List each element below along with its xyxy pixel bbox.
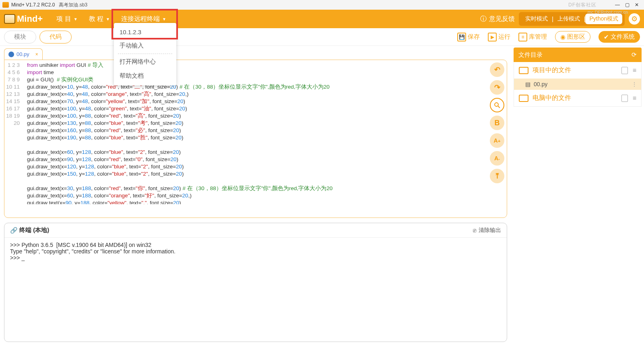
eye-icon: ◉ (560, 33, 566, 41)
clear-output-button[interactable]: ⎚ 清除输出 (473, 227, 501, 234)
dropdown-help-doc[interactable]: 帮助文档 (114, 69, 176, 83)
play-icon: ▶ (488, 33, 497, 41)
toolbar: 模块 代码 💾保存 ▶运行 ≡库管理 ◉图形区 ✔文件系统 (0, 28, 644, 46)
dropdown-ip[interactable]: 10.1.2.3 (114, 25, 176, 39)
terminal-output[interactable]: >>> Python 3.6.5 [MSC v.1900 64 bit AMD6… (4, 238, 507, 342)
watermark-top: DF创客社区 (568, 2, 597, 8)
python-icon (8, 52, 14, 57)
dropdown-manual-input[interactable]: 手动输入 (114, 39, 176, 53)
undo-icon[interactable]: ↶ (490, 62, 504, 77)
menubar: Mind+ 项 目▼ 教 程▼ 连接远程终端▼ ⓘ 意见反馈 实时模式 | 上传… (0, 10, 644, 28)
menu-tutorial[interactable]: 教 程▼ (89, 15, 110, 23)
tab-code[interactable]: 代码 (39, 31, 72, 44)
window-maximize-icon[interactable]: ▢ (622, 2, 632, 8)
file-tab-active[interactable]: 00.py × (4, 48, 43, 60)
bold-icon[interactable]: B (490, 116, 504, 130)
titlebar: Mind+ V1.7.2 RC2.0 高考加油.sb3 DF创客社区 — ▢ ✕ (0, 0, 644, 10)
file-directory-panel: 文件目录 ⟳ 项目中的文件 ≡ ▤ 00.py ⋮ 电脑中的文件 (511, 46, 644, 346)
tab-blocks[interactable]: 模块 (4, 31, 36, 44)
svg-point-0 (495, 103, 498, 106)
code-editor[interactable]: 1 2 3 4 5 6 7 8 9 10 11 12 13 14 15 16 1… (4, 60, 507, 204)
mode-realtime[interactable]: 实时模式 (521, 14, 552, 24)
editor-wrap: 1 2 3 4 5 6 7 8 9 10 11 12 13 14 15 16 1… (4, 60, 507, 218)
code-content[interactable]: from unihiker import GUI # 导入 import tim… (25, 60, 507, 204)
check-circle-icon: ✔ (604, 33, 609, 41)
filesystem-button[interactable]: ✔文件系统 (599, 31, 640, 43)
new-file-icon[interactable] (621, 95, 628, 102)
graph-area-button[interactable]: ◉图形区 (555, 31, 590, 43)
run-button[interactable]: ▶运行 (488, 33, 510, 41)
menu-icon[interactable]: ≡ (633, 95, 636, 102)
redo-icon[interactable]: ↷ (490, 80, 504, 95)
terminal-title: 终端 (本地) (19, 226, 49, 234)
main-area: 00.py × 1 2 3 4 5 6 7 8 9 10 11 12 13 14… (0, 46, 644, 346)
app-icon (2, 2, 9, 8)
computer-icon (519, 95, 528, 102)
caret-down-icon: ▼ (74, 17, 78, 21)
new-file-icon[interactable] (621, 67, 628, 74)
font-decrease-icon[interactable]: A- (490, 151, 504, 166)
more-icon[interactable]: ⋮ (632, 81, 636, 87)
caret-down-icon: ▼ (162, 17, 166, 21)
library-button[interactable]: ≡库管理 (518, 33, 547, 41)
file-icon: ▤ (525, 81, 530, 87)
open-file-name: 高考加油.sb3 (59, 2, 87, 8)
folder-icon (519, 67, 528, 74)
library-icon: ≡ (518, 33, 527, 41)
file-tab-name: 00.py (17, 51, 29, 57)
question-circle-icon: ⓘ (480, 15, 487, 23)
search-icon[interactable] (490, 98, 504, 112)
file-tabs: 00.py × (4, 48, 507, 60)
window-minimize-icon[interactable]: — (613, 2, 622, 8)
save-button[interactable]: 💾保存 (457, 33, 480, 41)
mode-upload[interactable]: 上传模式 (553, 14, 584, 24)
watermark-url: mc.DFRobot.com.cn (588, 10, 628, 15)
menu-remote-terminal[interactable]: 连接远程终端▼ (121, 15, 166, 23)
app-title: Mind+ V1.7.2 RC2.0 (11, 2, 55, 8)
logo: Mind+ (4, 14, 43, 24)
window-close-icon[interactable]: ✕ (632, 2, 642, 8)
save-icon: 💾 (457, 33, 466, 41)
logo-text: Mind+ (17, 14, 43, 24)
feedback-link[interactable]: ⓘ 意见反馈 (480, 15, 515, 23)
scroll-top-icon[interactable]: ⤒ (490, 169, 504, 183)
font-increase-icon[interactable]: A+ (490, 133, 504, 148)
settings-gear-icon[interactable]: ⚙ (629, 13, 640, 25)
link-icon: 🔗 (10, 227, 18, 234)
clear-icon: ⎚ (473, 227, 476, 234)
menu-project[interactable]: 项 目▼ (56, 15, 77, 23)
file-directory-header: 文件目录 ⟳ (514, 48, 642, 62)
terminal-panel: 🔗 终端 (本地) ⎚ 清除输出 >>> Python 3.6.5 [MSC v… (4, 223, 507, 342)
file-item[interactable]: ▤ 00.py ⋮ (514, 79, 641, 90)
editor-side-icons: ↶ ↷ B A+ A- ⤒ (490, 62, 504, 183)
dropdown-open-network[interactable]: 打开网络中心 (114, 55, 176, 69)
menu-icon[interactable]: ≡ (633, 67, 636, 74)
logo-icon (4, 14, 15, 24)
line-gutter: 1 2 3 4 5 6 7 8 9 10 11 12 13 14 15 16 1… (4, 60, 25, 204)
remote-terminal-dropdown: 10.1.2.3 手动输入 打开网络中心 帮助文档 (114, 23, 176, 85)
mode-python[interactable]: Python模式 (585, 14, 622, 24)
computer-files-section[interactable]: 电脑中的文件 ≡ (514, 90, 641, 106)
svg-line-1 (498, 106, 500, 108)
refresh-icon[interactable]: ⟳ (632, 51, 637, 58)
caret-down-icon: ▼ (106, 17, 110, 21)
dropdown-divider (118, 54, 172, 54)
project-files-section[interactable]: 项目中的文件 ≡ (514, 62, 641, 79)
close-tab-icon[interactable]: × (35, 52, 38, 57)
